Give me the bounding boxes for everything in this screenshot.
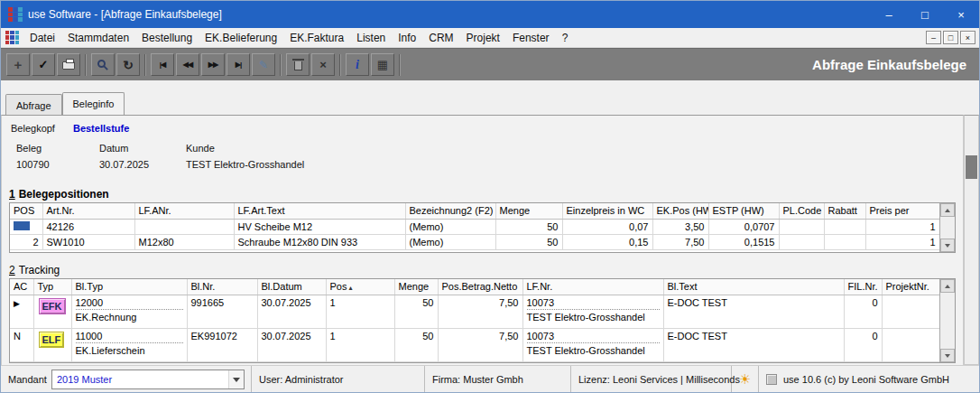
positions-grid: POS Art.Nr. LF.ANr. LF.Art.Text Bezeichn… — [10, 203, 940, 250]
tracking-scrollbar[interactable] — [939, 279, 955, 362]
search-button[interactable] — [91, 53, 115, 76]
col-bl-text[interactable]: Bl.Text — [663, 279, 844, 295]
status-box-icon[interactable] — [766, 374, 777, 385]
lf-name: TEST Elektro-Grosshandel — [527, 312, 660, 323]
confirm-button[interactable]: ✓ — [32, 53, 55, 76]
window-controls: – □ × — [871, 1, 979, 28]
col-bl-nr[interactable]: Bl.Nr. — [187, 279, 257, 295]
mdi-minimize-button[interactable]: – — [926, 31, 941, 44]
menu-item-fenster[interactable]: Fenster — [506, 30, 556, 46]
toolbar-separator — [280, 54, 282, 76]
print-button[interactable] — [57, 53, 80, 76]
menu-item-datei[interactable]: Datei — [23, 30, 61, 46]
col-estp[interactable]: ESTP (HW) — [708, 203, 779, 219]
doc-type-badge[interactable]: EFK — [39, 298, 66, 314]
col-preis-per[interactable]: Preis per — [865, 203, 939, 219]
tab-beleginfo[interactable]: Beleginfo — [62, 92, 125, 115]
sun-segment: ☀ — [732, 366, 759, 392]
col-fil-nr[interactable]: FIL.Nr. — [844, 279, 882, 295]
col-einzelpreis[interactable]: Einzelpreis in WC — [562, 203, 652, 219]
col-lf-art-text[interactable]: LF.Art.Text — [234, 203, 405, 219]
sun-icon[interactable]: ☀ — [739, 372, 751, 386]
table-row[interactable]: 42126 HV Scheibe M12 (Memo) 50 0,07 3,50… — [10, 219, 939, 234]
tab-abfrage[interactable]: Abfrage — [5, 94, 62, 115]
kunde-value: TEST Elektro-Grosshandel — [186, 159, 304, 170]
refresh-button[interactable]: ↻ — [116, 53, 140, 76]
cell-pos: 1 — [326, 295, 394, 328]
col-lf-anr[interactable]: LF.ANr. — [134, 203, 234, 219]
bl-typ-name: EK.Rechnung — [76, 312, 183, 323]
mandant-label: Mandant — [8, 374, 47, 385]
minimize-button[interactable]: – — [871, 1, 907, 28]
scrollbar-thumb[interactable] — [966, 155, 977, 179]
table-row[interactable]: ▶ EFK 12000EK.Rechnung 991665 30.07.2025… — [10, 295, 939, 328]
col-ac[interactable]: AC — [10, 279, 33, 295]
col-pl-code[interactable]: PL.Code — [779, 203, 824, 219]
col-art-nr[interactable]: Art.Nr. — [42, 203, 134, 219]
menu-item-info[interactable]: Info — [392, 30, 422, 46]
mdi-restore-button[interactable]: □ — [943, 31, 958, 44]
mandant-select[interactable]: 2019 Muster — [51, 370, 245, 389]
col-rabatt[interactable]: Rabatt — [824, 203, 865, 219]
menu-item-projekt[interactable]: Projekt — [460, 30, 506, 46]
col-menge[interactable]: Menge — [394, 279, 438, 295]
current-row-marker: ▶ — [14, 299, 20, 308]
nav-last-button[interactable]: ▶| — [227, 53, 250, 76]
menu-item-listen[interactable]: Listen — [350, 30, 392, 46]
app-logo-icon — [5, 31, 19, 44]
col-pos-label: Pos — [330, 281, 347, 292]
col-pos[interactable]: Pos▴ — [326, 279, 394, 295]
edit-button[interactable]: ✎ — [252, 53, 275, 76]
beleginfo-panel: Belegkopf Bestellstufe Beleg Datum Kunde… — [1, 115, 964, 365]
table-row[interactable]: N ELF 11000EK.Lieferschein EK991072 30.0… — [10, 328, 939, 361]
col-pos[interactable]: POS — [10, 203, 42, 219]
table-row[interactable]: 2 SW1010 M12x80 Schraube M12x80 DIN 933 … — [10, 234, 939, 249]
nav-prev-icon: ◀◀ — [183, 61, 192, 69]
menu-item-ek-faktura[interactable]: EK.Faktura — [283, 30, 350, 46]
menu-item-help[interactable]: ? — [556, 30, 575, 46]
menu-item-crm[interactable]: CRM — [422, 30, 459, 46]
positions-scrollbar[interactable] — [939, 203, 955, 252]
close-button[interactable]: × — [943, 1, 979, 28]
content-scrollbar[interactable] — [964, 115, 979, 365]
version-segment: use 10.6 (c) by Leoni Software GmbH — [759, 366, 979, 392]
cell-pl-code — [779, 219, 824, 234]
scroll-down-button[interactable] — [940, 349, 955, 362]
menu-item-ek-belieferung[interactable]: EK.Belieferung — [199, 30, 283, 46]
app-window: use Software - [Abfrage Einkaufsbelege] … — [0, 0, 980, 393]
maximize-button[interactable]: □ — [907, 1, 943, 28]
col-menge[interactable]: Menge — [495, 203, 562, 219]
scroll-up-button[interactable] — [940, 279, 955, 293]
cell-rabatt — [824, 234, 865, 249]
menu-item-stammdaten[interactable]: Stammdaten — [61, 30, 135, 46]
dropdown-button[interactable] — [228, 370, 244, 388]
mdi-window-controls: – □ × — [926, 31, 975, 44]
nav-first-button[interactable]: |◀ — [151, 53, 174, 76]
belegkopf-link[interactable]: Belegkopf — [11, 123, 55, 134]
bestellstufe-link[interactable]: Bestellstufe — [73, 123, 129, 134]
menu-item-bestellung[interactable]: Bestellung — [135, 30, 199, 46]
col-bl-datum[interactable]: Bl.Datum — [257, 279, 326, 295]
scroll-down-button[interactable] — [940, 239, 955, 252]
cell-menge: 50 — [394, 295, 438, 328]
col-ek-pos[interactable]: EK.Pos (HW) — [652, 203, 708, 219]
cell-estp: 0,0707 — [708, 219, 779, 234]
delete-button[interactable] — [286, 53, 310, 76]
beleg-value: 100790 — [16, 159, 50, 170]
col-projekt-nr[interactable]: ProjektNr. — [882, 279, 939, 295]
nav-prev-button[interactable]: ◀◀ — [176, 53, 199, 76]
datum-value: 30.07.2025 — [99, 159, 149, 170]
close-record-button[interactable]: × — [311, 53, 335, 76]
info-button[interactable]: i — [346, 53, 369, 76]
col-bl-typ[interactable]: Bl.Typ — [71, 279, 187, 295]
col-bezeichnung2[interactable]: Bezeichnung2 (F2) — [405, 203, 495, 219]
col-lf-nr[interactable]: LF.Nr. — [522, 279, 663, 295]
doc-type-badge[interactable]: ELF — [39, 332, 65, 348]
col-pos-betrag[interactable]: Pos.Betrag.Netto — [438, 279, 522, 295]
add-button[interactable]: + — [6, 53, 30, 76]
scroll-up-button[interactable] — [940, 203, 955, 217]
col-typ[interactable]: Typ — [33, 279, 71, 295]
mdi-close-button[interactable]: × — [960, 31, 975, 44]
grid-button[interactable]: ▦ — [371, 53, 394, 76]
nav-next-button[interactable]: ▶▶ — [201, 53, 225, 76]
